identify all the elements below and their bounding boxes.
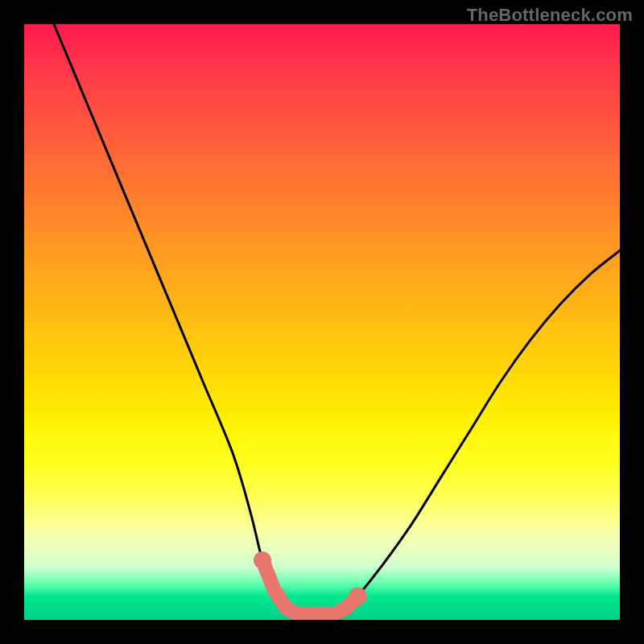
plot-area — [24, 24, 620, 620]
optimal-band-endpoint — [254, 551, 271, 569]
watermark-text: TheBottleneck.com — [467, 5, 633, 26]
bottleneck-curve — [54, 24, 620, 614]
bottleneck-curve-line — [54, 24, 620, 614]
optimal-band — [254, 551, 366, 614]
optimal-band-line — [262, 560, 357, 614]
chart-frame: TheBottleneck.com — [0, 0, 644, 644]
optimal-band-endpoint — [349, 587, 366, 605]
curve-layer — [24, 24, 620, 620]
